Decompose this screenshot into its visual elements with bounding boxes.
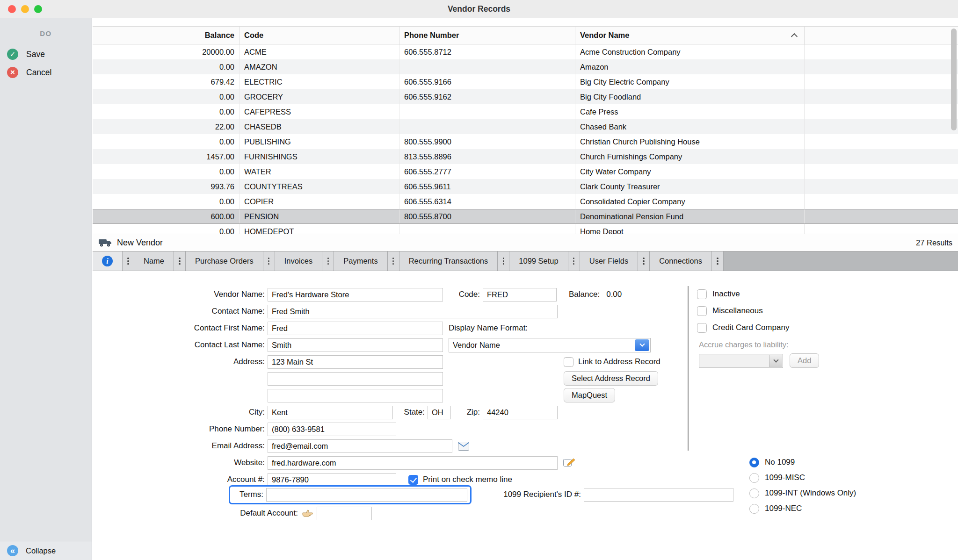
table-scrollbar-thumb[interactable] [951, 29, 957, 130]
print-memo-checkbox[interactable]: Print on check memo line [408, 475, 512, 485]
tab-name[interactable]: Name [134, 251, 174, 271]
checkbox-unchecked-icon[interactable] [697, 323, 707, 333]
radio-unselected-icon[interactable] [749, 504, 759, 514]
checkbox-unchecked-icon[interactable] [564, 357, 573, 367]
tab-menu-icon[interactable] [322, 251, 334, 271]
results-count: 27 Results [916, 238, 952, 247]
vendor-row[interactable]: 22.00 CHASEDB Chased Bank [93, 119, 958, 134]
inactive-checkbox[interactable]: Inactive [697, 288, 740, 300]
contact-last-name-input[interactable] [268, 338, 443, 352]
link-address-record-checkbox[interactable]: Link to Address Record [564, 353, 660, 370]
address-line2-input[interactable] [268, 372, 443, 386]
tab-menu-icon[interactable] [568, 251, 580, 271]
display-name-format-dropdown[interactable]: Vendor Name [449, 338, 651, 352]
cell-balance: 0.00 [93, 134, 240, 149]
contact-name-label: Contact Name: [93, 307, 265, 316]
column-header-balance[interactable]: Balance [93, 27, 240, 44]
tab-menu-icon[interactable] [123, 251, 134, 271]
tab-info[interactable]: i [93, 251, 123, 271]
column-header-phone[interactable]: Phone Number [399, 27, 575, 44]
credit-card-company-checkbox[interactable]: Credit Card Company [697, 322, 789, 333]
vendor-row[interactable]: 0.00 COPIER 606.555.6314 Consolidated Co… [93, 194, 958, 209]
tab-invoices[interactable]: Invoices [275, 251, 323, 271]
account-lookup-hand-icon[interactable] [302, 509, 314, 517]
zip-input[interactable] [483, 406, 558, 419]
cancel-button[interactable]: × Cancel [7, 67, 92, 78]
cell-balance: 20000.00 [93, 44, 240, 59]
tab-user-fields[interactable]: User Fields [580, 251, 638, 271]
state-input[interactable] [428, 406, 451, 419]
dropdown-button[interactable] [635, 339, 649, 351]
cell-phone [399, 224, 575, 234]
radio-1099-nec[interactable]: 1099-NEC [749, 503, 802, 514]
tab-payments[interactable]: Payments [334, 251, 387, 271]
zip-label: Zip: [460, 408, 480, 417]
column-header-code[interactable]: Code [240, 27, 399, 44]
checkbox-unchecked-icon[interactable] [697, 289, 707, 299]
credit-card-company-label: Credit Card Company [712, 323, 789, 332]
open-website-icon[interactable] [563, 458, 575, 467]
tab-1099-setup[interactable]: 1099 Setup [509, 251, 568, 271]
contact-first-name-input[interactable] [268, 322, 443, 335]
sort-ascending-icon [791, 33, 798, 40]
select-address-record-button[interactable]: Select Address Record [564, 371, 658, 386]
radio-no-1099[interactable]: No 1099 [749, 457, 795, 468]
vendor-name-input[interactable] [268, 288, 443, 302]
vendor-row[interactable]: 0.00 CAFEPRESS Cafe Press [93, 104, 958, 119]
tab-menu-icon[interactable] [498, 251, 509, 271]
vendor-row-selected[interactable]: 600.00 PENSION 800.555.8700 Denomination… [93, 209, 958, 224]
checkbox-checked-icon[interactable] [408, 475, 418, 485]
tab-menu-icon[interactable] [388, 251, 399, 271]
vendor-row[interactable]: 1457.00 FURNISHINGS 813.555.8896 Church … [93, 149, 958, 164]
city-input[interactable] [268, 406, 393, 419]
radio-unselected-icon[interactable] [749, 488, 759, 498]
terms-focus-ring: Terms: [229, 485, 472, 504]
email-icon[interactable] [458, 442, 469, 451]
phone-number-input[interactable] [268, 423, 396, 436]
cell-code: AMAZON [240, 59, 399, 74]
accrue-liability-label: Accrue charges to liability: [699, 340, 789, 349]
tab-purchase-orders[interactable]: Purchase Orders [186, 251, 263, 271]
vendor-row[interactable]: 0.00 AMAZON Amazon [93, 59, 958, 74]
save-button[interactable]: ✓ Save [7, 49, 92, 60]
tab-menu-icon[interactable] [174, 251, 186, 271]
vendor-row[interactable]: 0.00 PUBLISHING 800.555.9900 Christian C… [93, 134, 958, 149]
email-address-input[interactable] [268, 439, 452, 453]
minimize-window-button[interactable] [21, 5, 29, 13]
radio-selected-icon[interactable] [749, 458, 759, 467]
mapquest-button[interactable]: MapQuest [564, 388, 615, 402]
cell-vendor-name: Big City Electric Company [575, 74, 805, 89]
tab-connections[interactable]: Connections [650, 251, 712, 271]
miscellaneous-checkbox[interactable]: Miscellaneous [697, 305, 763, 316]
address-line3-input[interactable] [268, 389, 443, 402]
vendor-row[interactable]: 0.00 GROCERY 606.555.9162 Big City Foodl… [93, 89, 958, 104]
tab-menu-icon[interactable] [712, 251, 724, 271]
zoom-window-button[interactable] [34, 5, 42, 13]
add-liability-button[interactable]: Add [790, 353, 819, 368]
website-input[interactable] [268, 456, 558, 470]
address-line1-input[interactable] [268, 355, 443, 369]
contact-name-input[interactable] [268, 305, 558, 318]
cell-code: GROCERY [240, 89, 399, 104]
radio-unselected-icon[interactable] [749, 473, 759, 483]
checkbox-unchecked-icon[interactable] [697, 306, 707, 316]
radio-1099-misc[interactable]: 1099-MISC [749, 472, 805, 483]
tab-recurring-transactions[interactable]: Recurring Transactions [399, 251, 498, 271]
vendor-row[interactable]: 20000.00 ACME 606.555.8712 Acme Construc… [93, 44, 958, 59]
recipient-id-input[interactable] [584, 488, 733, 502]
tab-menu-icon[interactable] [638, 251, 650, 271]
vendor-row[interactable]: 0.00 HOMEDEPOT Home Depot [93, 224, 958, 234]
vendor-row[interactable]: 0.00 WATER 606.555.2777 City Water Compa… [93, 164, 958, 179]
radio-1099-int[interactable]: 1099-INT (Windows Only) [749, 488, 856, 499]
code-input[interactable] [483, 288, 557, 302]
vendor-row[interactable]: 993.76 COUNTYTREAS 606.555.9611 Clark Co… [93, 179, 958, 194]
terms-input[interactable] [266, 488, 467, 502]
tab-menu-icon[interactable] [263, 251, 275, 271]
vendor-row[interactable]: 679.42 ELECTRIC 606.555.9166 Big City El… [93, 74, 958, 89]
default-account-input[interactable] [317, 507, 372, 520]
collapse-button[interactable]: « Collapse [0, 541, 92, 560]
liability-account-dropdown[interactable] [699, 354, 783, 368]
close-window-button[interactable] [8, 5, 16, 13]
column-header-vendor-name[interactable]: Vendor Name [575, 27, 805, 44]
dropdown-button[interactable] [769, 355, 782, 367]
